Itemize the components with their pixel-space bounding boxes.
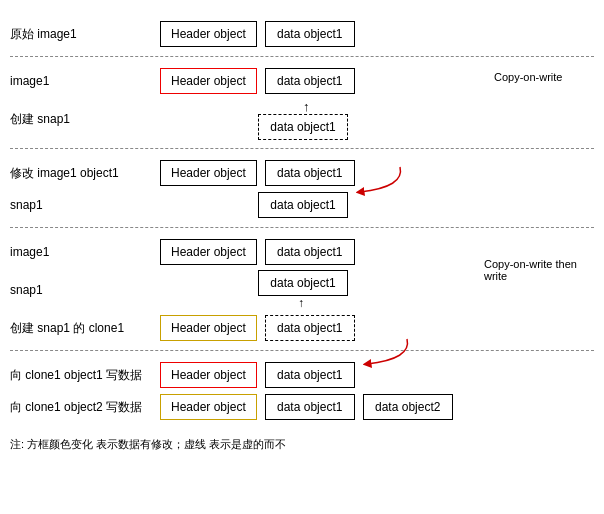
row-original-image1: 原始 image1 Header object data object1	[10, 20, 594, 48]
row-create-clone1: 创建 snap1 的 clone1 Header object data obj…	[10, 314, 594, 342]
label-write-clone1-obj1: 向 clone1 object1 写数据	[10, 367, 160, 384]
label-create-snap1: 创建 snap1	[10, 111, 160, 128]
header-box-write1: Header object	[160, 362, 257, 388]
up-arrow-s3: ↑	[298, 296, 304, 310]
header-box-original: Header object	[160, 21, 257, 47]
section-original: 原始 image1 Header object data object1	[10, 10, 594, 57]
row-create-snap1: 创建 snap1 ↑ data object1	[10, 99, 594, 140]
label-modify-image1: 修改 image1 object1	[10, 165, 160, 182]
data-box-snap1-dashed: data object1	[258, 114, 348, 140]
data-box-write2a: data object1	[265, 394, 355, 420]
label-image1: image1	[10, 74, 160, 88]
curved-arrow-write-svg	[357, 334, 417, 374]
note-text: 注: 方框颜色变化 表示数据有修改；虚线 表示是虚的而不	[10, 435, 594, 452]
row-write-clone1-obj1: 向 clone1 object1 写数据 Header object data …	[10, 361, 594, 389]
curved-arrow-svg	[350, 162, 410, 202]
header-box-modify-image1: Header object	[160, 160, 257, 186]
data-box-snap1-s3: data object1	[258, 270, 348, 296]
header-box-clone1: Header object	[160, 315, 257, 341]
up-arrow-icon: ↑	[303, 99, 310, 114]
page-container: 原始 image1 Header object data object1 ima…	[10, 10, 594, 452]
label-image1-s3: image1	[10, 245, 160, 259]
annotation-copy-on-write-2: Copy-on-write then write	[484, 258, 594, 282]
section-write-data: 向 clone1 object1 写数据 Header object data …	[10, 351, 594, 429]
row-modify-image1: 修改 image1 object1 Header object data obj…	[10, 159, 594, 187]
data-box-image1-s3: data object1	[265, 239, 355, 265]
annotation-copy-on-write-1: Copy-on-write	[494, 71, 594, 83]
header-box-write2: Header object	[160, 394, 257, 420]
label-create-clone1: 创建 snap1 的 clone1	[10, 320, 160, 337]
header-box-image1-s3: Header object	[160, 239, 257, 265]
data-box-write2b: data object2	[363, 394, 453, 420]
data-box-clone1-dashed: data object1	[265, 315, 355, 341]
data-box-modify-image1: data object1	[265, 160, 355, 186]
header-box-image1: Header object	[160, 68, 257, 94]
data-box-original: data object1	[265, 21, 355, 47]
data-box-write1: data object1	[265, 362, 355, 388]
data-box-snap1: data object1	[258, 192, 348, 218]
label-original-image1: 原始 image1	[10, 26, 160, 43]
section-create-snap1: image1 Header object data object1 创建 sna…	[10, 57, 594, 149]
data-box-image1: data object1	[265, 68, 355, 94]
row-write-clone1-obj2: 向 clone1 object2 写数据 Header object data …	[10, 393, 594, 421]
label-write-clone1-obj2: 向 clone1 object2 写数据	[10, 399, 160, 416]
row-snap1-modify: snap1 data object1	[10, 191, 594, 219]
section-create-clone1: image1 Header object data object1 snap1 …	[10, 228, 594, 351]
label-snap1-modify: snap1	[10, 198, 160, 212]
section-modify-image1: 修改 image1 object1 Header object data obj…	[10, 149, 594, 228]
label-snap1-s3: snap1	[10, 283, 160, 297]
